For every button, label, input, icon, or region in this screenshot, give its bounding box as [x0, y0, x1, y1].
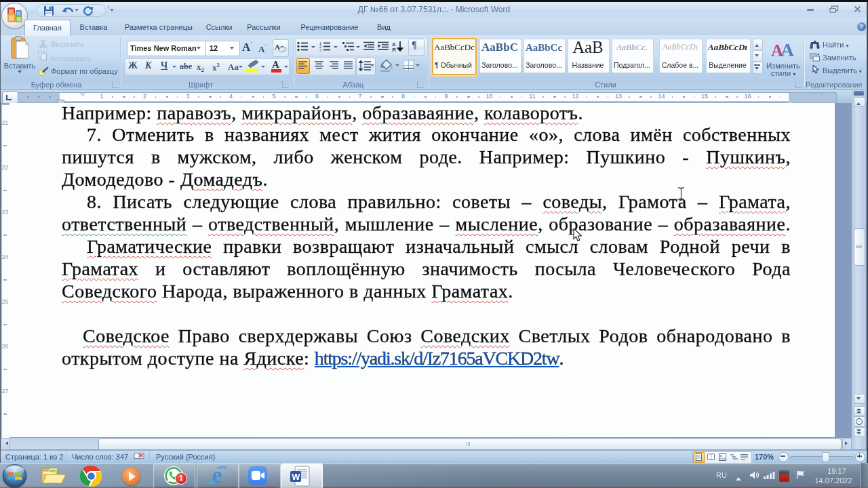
svg-text:W: W	[292, 472, 300, 482]
svg-text:Я: Я	[392, 47, 396, 52]
svg-text:3: 3	[319, 48, 321, 52]
